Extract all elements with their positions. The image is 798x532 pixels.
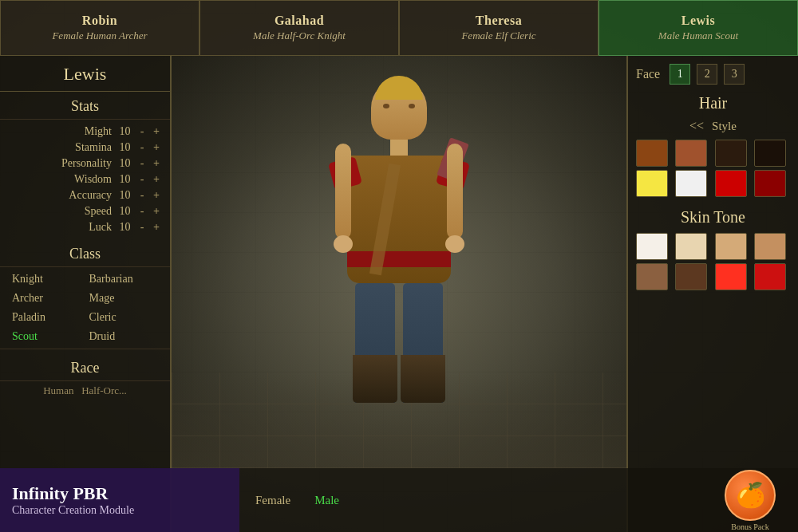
stat-label: Stamina bbox=[6, 141, 115, 154]
hair-color-swatch-5[interactable] bbox=[675, 170, 707, 197]
skin-color-swatch-3[interactable] bbox=[754, 233, 786, 260]
stat-increase-btn[interactable]: + bbox=[149, 205, 164, 218]
style-row: << Style bbox=[636, 119, 790, 133]
skin-color-swatch-4[interactable] bbox=[636, 263, 668, 290]
character-name: Lewis bbox=[0, 56, 170, 92]
race-options: Human Half-Orc... bbox=[0, 381, 170, 400]
hair-color-grid bbox=[636, 140, 790, 197]
gender-male[interactable]: Male bbox=[314, 494, 339, 507]
stat-row-wisdom: Wisdom 10 - + bbox=[0, 171, 170, 187]
class-item-scout[interactable]: Scout bbox=[8, 328, 85, 345]
brand-section: Infinity PBR Character Creation Module bbox=[0, 468, 239, 532]
hair-color-swatch-1[interactable] bbox=[675, 140, 707, 167]
stat-row-luck: Luck 10 - + bbox=[0, 219, 170, 235]
gender-female[interactable]: Female bbox=[255, 494, 290, 507]
character-viewport bbox=[172, 56, 626, 468]
stat-row-personality: Personality 10 - + bbox=[0, 156, 170, 171]
tab-robin[interactable]: Robin Female Human Archer bbox=[0, 0, 200, 56]
class-item-cleric[interactable]: Cleric bbox=[85, 309, 163, 326]
class-grid: KnightBarbarianArcherMagePaladinClericSc… bbox=[0, 267, 170, 349]
class-item-paladin[interactable]: Paladin bbox=[8, 309, 85, 326]
face-row: Face 1 2 3 bbox=[636, 64, 790, 85]
stat-increase-btn[interactable]: + bbox=[149, 189, 164, 202]
stats-title: Stats bbox=[0, 92, 170, 120]
class-item-barbarian[interactable]: Barbarian bbox=[85, 270, 163, 288]
stat-increase-btn[interactable]: + bbox=[149, 157, 164, 170]
class-item-archer[interactable]: Archer bbox=[8, 290, 85, 307]
tab-lewis[interactable]: Lewis Male Human Scout bbox=[598, 0, 798, 56]
hair-color-swatch-3[interactable] bbox=[754, 140, 786, 167]
hair-color-swatch-6[interactable] bbox=[715, 170, 747, 197]
stat-value: 10 bbox=[115, 221, 135, 234]
stat-row-speed: Speed 10 - + bbox=[0, 203, 170, 219]
skin-color-swatch-2[interactable] bbox=[715, 233, 747, 260]
stat-decrease-btn[interactable]: - bbox=[135, 157, 149, 170]
stat-label: Personality bbox=[6, 157, 115, 170]
bonus-area: 🍊 Bonus Pack bbox=[702, 468, 798, 532]
bonus-label: Bonus Pack bbox=[725, 522, 776, 531]
tab-theresa-name: Theresa bbox=[476, 14, 522, 28]
tab-robin-name: Robin bbox=[82, 14, 117, 28]
skin-color-swatch-7[interactable] bbox=[754, 263, 786, 290]
skin-color-swatch-6[interactable] bbox=[715, 263, 747, 290]
class-item-mage[interactable]: Mage bbox=[85, 290, 163, 307]
brand-title: Infinity PBR bbox=[12, 483, 227, 504]
tab-theresa-desc: Female Elf Cleric bbox=[461, 30, 535, 42]
mascot-icon: 🍊 bbox=[725, 470, 776, 521]
stat-value: 10 bbox=[115, 125, 135, 138]
race-title: Race bbox=[0, 353, 170, 381]
tab-galahad-name: Galahad bbox=[275, 14, 324, 28]
stat-decrease-btn[interactable]: - bbox=[135, 141, 149, 154]
stat-increase-btn[interactable]: + bbox=[149, 141, 164, 154]
skin-color-swatch-1[interactable] bbox=[675, 233, 707, 260]
skin-color-swatch-5[interactable] bbox=[675, 263, 707, 290]
bottom-bar: Infinity PBR Character Creation Module F… bbox=[0, 468, 798, 532]
hair-title: Hair bbox=[636, 94, 790, 112]
stat-label: Wisdom bbox=[6, 173, 115, 186]
face-option-2[interactable]: 2 bbox=[697, 64, 717, 85]
stat-value: 10 bbox=[115, 141, 135, 154]
stat-decrease-btn[interactable]: - bbox=[135, 221, 149, 234]
style-prev-arrow[interactable]: << bbox=[689, 119, 704, 133]
class-title: Class bbox=[0, 239, 170, 267]
tab-galahad-desc: Male Half-Orc Knight bbox=[253, 30, 346, 42]
style-label: Style bbox=[712, 120, 737, 133]
class-item-druid[interactable]: Druid bbox=[85, 328, 163, 345]
stat-value: 10 bbox=[115, 173, 135, 186]
stat-decrease-btn[interactable]: - bbox=[135, 125, 149, 138]
hair-color-swatch-0[interactable] bbox=[636, 140, 668, 167]
right-panel: Face 1 2 3 Hair << Style Skin Tone bbox=[626, 56, 798, 532]
hair-color-swatch-7[interactable] bbox=[754, 170, 786, 197]
stat-value: 10 bbox=[115, 189, 135, 202]
hair-color-swatch-4[interactable] bbox=[636, 170, 668, 197]
character-tabs: Robin Female Human Archer Galahad Male H… bbox=[0, 0, 798, 56]
face-option-1[interactable]: 1 bbox=[670, 64, 690, 85]
stat-row-might: Might 10 - + bbox=[0, 124, 170, 140]
tab-robin-desc: Female Human Archer bbox=[52, 30, 147, 42]
hair-color-swatch-2[interactable] bbox=[715, 140, 747, 167]
stat-increase-btn[interactable]: + bbox=[149, 173, 164, 186]
stat-decrease-btn[interactable]: - bbox=[135, 189, 149, 202]
face-label: Face bbox=[636, 67, 660, 81]
stat-label: Might bbox=[6, 125, 115, 138]
stat-label: Speed bbox=[6, 205, 115, 218]
stat-increase-btn[interactable]: + bbox=[149, 125, 164, 138]
brand-subtitle: Character Creation Module bbox=[12, 504, 227, 517]
class-item-knight[interactable]: Knight bbox=[8, 270, 85, 288]
stat-decrease-btn[interactable]: - bbox=[135, 205, 149, 218]
face-option-3[interactable]: 3 bbox=[724, 64, 745, 85]
stat-decrease-btn[interactable]: - bbox=[135, 173, 149, 186]
tab-lewis-desc: Male Human Scout bbox=[658, 30, 738, 42]
gender-section: Female Male bbox=[239, 468, 702, 532]
skin-color-grid bbox=[636, 233, 790, 290]
tab-galahad[interactable]: Galahad Male Half-Orc Knight bbox=[200, 0, 399, 56]
tab-lewis-name: Lewis bbox=[681, 14, 716, 28]
tab-theresa[interactable]: Theresa Female Elf Cleric bbox=[399, 0, 598, 56]
skin-title: Skin Tone bbox=[636, 208, 790, 227]
stat-row-stamina: Stamina 10 - + bbox=[0, 140, 170, 156]
stats-section: Might 10 - + Stamina 10 - + Personality … bbox=[0, 120, 170, 239]
stat-row-accuracy: Accuracy 10 - + bbox=[0, 187, 170, 203]
skin-color-swatch-0[interactable] bbox=[636, 233, 668, 260]
stat-increase-btn[interactable]: + bbox=[149, 221, 164, 234]
stat-label: Luck bbox=[6, 221, 115, 234]
